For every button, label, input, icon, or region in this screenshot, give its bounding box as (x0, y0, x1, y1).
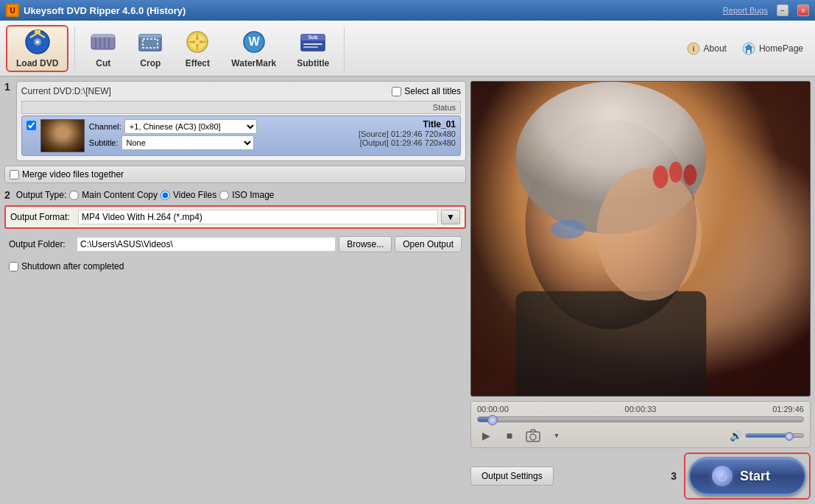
load-dvd-icon (24, 29, 51, 55)
timeline-times: 00:00:00 00:00:33 01:29:46 (477, 405, 804, 414)
left-panel: 1 Current DVD:D:\[NEW] Select all titles… (4, 81, 466, 500)
video-preview (470, 81, 811, 397)
video-files-label: Video Files (173, 190, 216, 200)
subtitle-label: Subtitle: (89, 138, 119, 147)
svg-point-4 (36, 40, 39, 43)
volume-control: 🔊 (730, 430, 804, 441)
screenshot-button[interactable] (524, 427, 542, 444)
app-icon: U (6, 4, 19, 17)
title-info: Channel: +1, Chinese (AC3) [0x80] Subtit… (89, 119, 354, 150)
stop-button[interactable]: ■ (501, 427, 518, 444)
crop-icon (137, 29, 163, 55)
start-button[interactable]: Start (688, 457, 806, 495)
current-dvd-label: Current DVD:D:\[NEW] (21, 86, 111, 96)
select-all-label[interactable]: Select all titles (392, 86, 461, 96)
output-format-value: MP4 Video With H.264 (*.mp4) (78, 210, 438, 224)
iso-image-radio[interactable] (219, 191, 229, 200)
iso-image-option[interactable]: ISO Image (219, 190, 274, 200)
svg-rect-6 (91, 35, 115, 38)
volume-thumb[interactable] (785, 432, 794, 441)
time-current: 00:00:33 (625, 405, 657, 414)
load-dvd-button[interactable]: Load DVD (6, 25, 68, 72)
cut-label: Cut (96, 58, 110, 68)
subtitle-button[interactable]: Sub Subtitle (288, 25, 338, 72)
dvd-list-header: Current DVD:D:\[NEW] Select all titles (21, 86, 461, 96)
minimize-button[interactable]: − (777, 4, 788, 16)
subtitle-row: Subtitle: None (89, 135, 354, 150)
output-folder-label: Output Folder: (9, 239, 74, 249)
source-row: [Source] 01:29:46 720x480 (359, 129, 456, 138)
main-content-radio[interactable] (69, 191, 79, 200)
title-meta: Title_01 [Source] 01:29:46 720x480 [Outp… (359, 119, 456, 147)
cut-button[interactable]: Cut (81, 25, 125, 72)
video-files-option[interactable]: Video Files (160, 190, 216, 200)
effect-button[interactable]: Effect (175, 25, 219, 72)
toolbar-right: i About HomePage (680, 38, 809, 59)
toolbar-separator-1 (74, 26, 75, 71)
step1-badge: 1 (4, 81, 10, 93)
homepage-label: HomePage (759, 43, 803, 54)
shutdown-label: Shutdown after completed (21, 261, 124, 271)
crop-label: Crop (140, 58, 160, 68)
timeline-bar[interactable] (477, 416, 804, 422)
folder-buttons: Browse... Open Output (339, 236, 462, 252)
select-all-checkbox[interactable] (392, 87, 401, 96)
watermark-label: WaterMark (231, 58, 276, 68)
step3-badge: 3 (671, 470, 677, 482)
title-name: Title_01 (359, 119, 456, 129)
toolbar: Load DVD Cut Crop (0, 21, 815, 77)
toolbar-separator-2 (344, 26, 345, 71)
col-status: Status (433, 103, 456, 112)
close-button[interactable]: × (797, 4, 809, 16)
title-checkbox[interactable] (27, 121, 36, 130)
title-list-item[interactable]: Channel: +1, Chinese (AC3) [0x80] Subtit… (21, 116, 461, 156)
titlebar-right: Report Bugs − × (723, 4, 809, 16)
watermark-button[interactable]: W WaterMark (222, 25, 285, 72)
output-format-dropdown-button[interactable]: ▼ (441, 210, 460, 224)
video-overlay (471, 82, 810, 396)
camera-icon (526, 429, 540, 442)
homepage-icon (741, 41, 756, 56)
output-folder-input[interactable] (77, 237, 336, 252)
screenshot-dropdown-button[interactable]: ▼ (548, 427, 565, 444)
about-button[interactable]: i About (680, 38, 733, 59)
crop-button[interactable]: Crop (128, 25, 172, 72)
channel-label: Channel: (89, 122, 121, 131)
svg-text:W: W (248, 35, 260, 48)
shutdown-checkbox[interactable] (9, 262, 18, 271)
video-files-radio[interactable] (160, 191, 170, 200)
volume-icon: 🔊 (730, 430, 742, 441)
timeline-area: 00:00:00 00:00:33 01:29:46 ▶ ■ ▼ (470, 401, 811, 448)
dvd-list-area: Current DVD:D:\[NEW] Select all titles S… (16, 81, 466, 161)
homepage-button[interactable]: HomePage (735, 38, 809, 59)
svg-rect-35 (471, 82, 810, 396)
thumb-video (41, 120, 84, 152)
col-title (27, 103, 433, 112)
browse-button[interactable]: Browse... (339, 236, 392, 252)
about-label: About (704, 43, 727, 54)
timeline-thumb[interactable] (487, 415, 498, 425)
output-row: [Output] 01:29:46 720x480 (359, 138, 456, 147)
merge-checkbox[interactable] (10, 170, 19, 180)
svg-rect-12 (139, 35, 161, 38)
output-settings-button[interactable]: Output Settings (470, 466, 554, 486)
volume-bar[interactable] (745, 433, 804, 438)
output-folder-area: Output Folder: Browse... Open Output (4, 233, 466, 255)
titlebar-left: U Ukeysoft DVD Ripper 4.6.0 (History) (6, 4, 186, 17)
main-content-option[interactable]: Main Content Copy (69, 190, 158, 200)
svg-rect-26 (747, 50, 750, 53)
watermark-icon: W (241, 29, 267, 55)
title-thumbnail (40, 119, 85, 152)
cut-icon (90, 29, 116, 55)
channel-select[interactable]: +1, Chinese (AC3) [0x80] (124, 119, 257, 134)
subtitle-select[interactable]: None (121, 135, 254, 150)
open-output-button[interactable]: Open Output (395, 236, 462, 252)
report-bugs-link[interactable]: Report Bugs (723, 6, 768, 15)
svg-rect-22 (303, 46, 318, 48)
about-icon: i (686, 41, 701, 56)
play-button[interactable]: ▶ (477, 427, 495, 444)
merge-checkbox-area[interactable]: Merge video files together (4, 166, 466, 183)
start-label: Start (740, 469, 770, 484)
main-content-label: Main Content Copy (82, 190, 158, 200)
output-type-label: Output Type: (16, 190, 67, 200)
